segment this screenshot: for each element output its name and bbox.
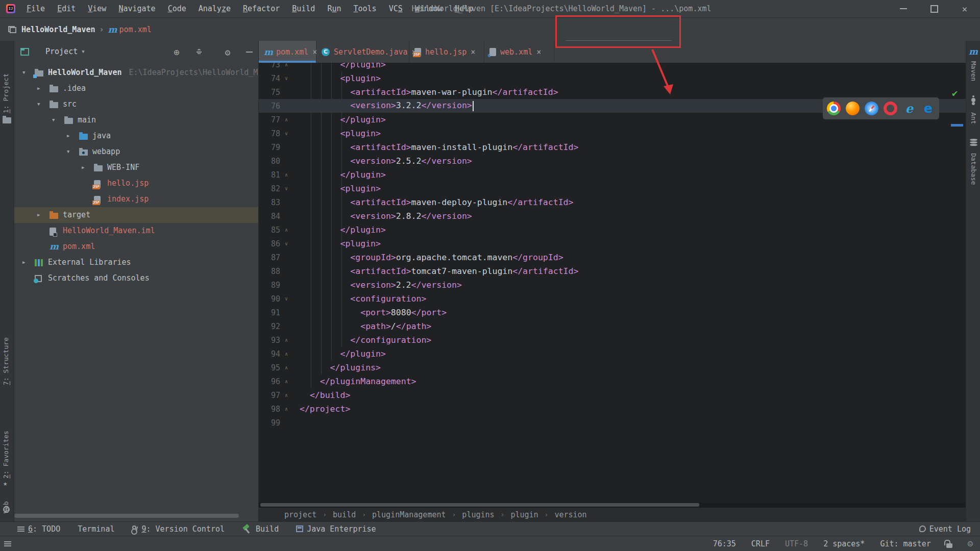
fold-marker-icon[interactable]: ∨	[280, 76, 292, 81]
toolwindow-java-enterprise[interactable]: Java Enterprise	[296, 524, 376, 534]
tree-row-web-inf[interactable]: ▶WEB-INF	[14, 160, 258, 176]
chevron-right-icon[interactable]: ▶	[67, 128, 69, 144]
chevron-right-icon[interactable]: ▶	[22, 255, 25, 270]
stripe-ant[interactable]: Ant	[970, 112, 977, 135]
code-line-78[interactable]: 78∨ <plugin>	[259, 127, 966, 140]
fold-marker-icon[interactable]: ∨	[280, 131, 292, 136]
menu-build[interactable]: Build	[286, 0, 321, 17]
ie-browser-icon[interactable]: e	[902, 102, 916, 115]
tab-servletdemo-java[interactable]: ServletDemo.java×	[316, 41, 409, 63]
fold-marker-icon[interactable]: ∧	[280, 63, 292, 67]
tab-web-xml[interactable]: web.xml×	[484, 41, 554, 63]
code-line-96[interactable]: 96∧ </pluginManagement>	[259, 374, 966, 388]
tree-row-webapp[interactable]: ▼webapp	[14, 144, 258, 160]
fold-marker-icon[interactable]: ∧	[280, 351, 292, 357]
menu-code[interactable]: Code	[162, 0, 192, 17]
minimize-button[interactable]	[888, 0, 919, 17]
stripe-database[interactable]: Database	[970, 153, 977, 202]
code-line-90[interactable]: 90∨ <configuration>	[259, 292, 966, 306]
code-line-86[interactable]: 86∨ <plugin>	[259, 237, 966, 251]
menu-navigate[interactable]: Navigate	[112, 0, 161, 17]
code-line-73[interactable]: 73∧ </plugin>	[259, 63, 966, 71]
code-line-95[interactable]: 95∧ </plugins>	[259, 361, 966, 374]
opera-browser-icon[interactable]	[884, 102, 897, 115]
fold-marker-icon[interactable]: ∨	[280, 296, 292, 302]
menu-tools[interactable]: Tools	[347, 0, 382, 17]
code-line-84[interactable]: 84 <version>2.8.2</version>	[259, 209, 966, 223]
code-line-91[interactable]: 91 <port>8080</port>	[259, 306, 966, 319]
toolwindow-quick-access-button[interactable]	[4, 539, 11, 548]
tree-row-helloworld-maven[interactable]: ▼HelloWorld_MavenE:\IdeaProjects\HelloWo…	[14, 65, 258, 81]
file-encoding[interactable]: UTF-8	[785, 539, 808, 548]
tree-row-external-libraries[interactable]: ▶External Libraries	[14, 255, 258, 270]
tree-row-index-jsp[interactable]: index.jsp	[14, 191, 258, 207]
stripe-maven[interactable]: Maven	[970, 61, 977, 97]
xml-breadcrumb-plugins[interactable]: plugins	[462, 510, 494, 519]
safari-browser-icon[interactable]	[865, 102, 878, 115]
hide-panel-button[interactable]	[244, 47, 254, 57]
project-horizontal-scrollbar[interactable]	[14, 514, 239, 518]
code-line-82[interactable]: 82∨ <plugin>	[259, 182, 966, 195]
line-ending[interactable]: CRLF	[751, 539, 770, 548]
code-line-81[interactable]: 81∧ </plugin>	[259, 168, 966, 182]
code-line-93[interactable]: 93∧ </configuration>	[259, 333, 966, 347]
menu-file[interactable]: File	[20, 0, 51, 17]
code-line-83[interactable]: 83 <artifactId>maven-deploy-plugin</arti…	[259, 195, 966, 209]
tab-pom-xml[interactable]: pom.xml×	[259, 41, 316, 63]
code-line-92[interactable]: 92 <path>/</path>	[259, 319, 966, 333]
chevron-down-icon[interactable]: ▼	[52, 112, 55, 128]
fold-marker-icon[interactable]: ∧	[280, 392, 292, 398]
code-line-80[interactable]: 80 <version>2.5.2</version>	[259, 154, 966, 168]
tree-row-main[interactable]: ▼main	[14, 112, 258, 128]
fold-marker-icon[interactable]: ∧	[280, 365, 292, 370]
code-line-79[interactable]: 79 <artifactId>maven-install-plugin</art…	[259, 140, 966, 154]
close-button[interactable]: ×	[949, 0, 980, 17]
fold-marker-icon[interactable]: ∧	[280, 337, 292, 343]
menu-run[interactable]: Run	[321, 0, 347, 17]
tree-row-helloworld-maven-iml[interactable]: HelloWorld_Maven.iml	[14, 223, 258, 239]
caret-position[interactable]: 76:35	[713, 539, 736, 548]
code-line-98[interactable]: 98∧</project>	[259, 402, 966, 416]
indent-setting[interactable]: 2 spaces*	[823, 539, 865, 548]
tree-row-hello-jsp[interactable]: hello.jsp	[14, 176, 258, 191]
code-line-88[interactable]: 88 <artifactId>tomcat7-maven-plugin</art…	[259, 264, 966, 278]
code-line-97[interactable]: 97∧ </build>	[259, 388, 966, 402]
fold-marker-icon[interactable]: ∧	[280, 172, 292, 178]
chevron-down-icon[interactable]: ▼	[67, 144, 69, 160]
stripe--project[interactable]: 1: Project	[2, 49, 10, 113]
tree-row-java[interactable]: ▶java	[14, 128, 258, 144]
chrome-browser-icon[interactable]	[827, 102, 841, 115]
menu-edit[interactable]: Edit	[51, 0, 82, 17]
menu-refactor[interactable]: Refactor	[237, 0, 286, 17]
stripe--favorites[interactable]: 2: Favorites	[2, 420, 10, 479]
settings-button[interactable]	[223, 47, 233, 57]
code-line-85[interactable]: 85∧ </plugin>	[259, 223, 966, 237]
tree-row--idea[interactable]: ▶.idea	[14, 81, 258, 96]
close-icon[interactable]: ×	[471, 47, 475, 57]
maximize-button[interactable]	[919, 0, 949, 17]
collapse-all-button[interactable]	[194, 47, 204, 57]
menu-analyze[interactable]: Analyze	[192, 0, 237, 17]
fold-marker-icon[interactable]: ∧	[280, 379, 292, 384]
stripe--structure[interactable]: 7: Structure	[2, 314, 10, 385]
code-line-99[interactable]: 99	[259, 416, 966, 430]
fold-marker-icon[interactable]: ∨	[280, 241, 292, 246]
xml-breadcrumb-version[interactable]: version	[554, 510, 586, 519]
toolwindow-6-todo[interactable]: 6: TODO	[17, 524, 60, 534]
code-line-87[interactable]: 87 <groupId>org.apache.tomcat.maven</gro…	[259, 251, 966, 264]
toolwindow-terminal[interactable]: Terminal	[78, 524, 114, 534]
scrollbar-thumb[interactable]	[260, 503, 699, 507]
tree-row-target[interactable]: ▶target	[14, 207, 258, 223]
code-line-89[interactable]: 89 <version>2.2</version>	[259, 278, 966, 292]
toolwindow-event-log[interactable]: Event Log	[919, 524, 971, 534]
editor-horizontal-scrollbar[interactable]	[259, 503, 966, 508]
tree-row-pom-xml[interactable]: pom.xml	[14, 239, 258, 255]
menu-vcs[interactable]: VCS	[383, 0, 409, 17]
chevron-down-icon[interactable]: ▼	[22, 65, 25, 81]
project-panel-title[interactable]: Project	[45, 47, 78, 56]
breadcrumb-project[interactable]: HelloWorld_Maven	[21, 25, 95, 34]
inspections-ok-icon[interactable]: ✔	[952, 87, 958, 98]
code-line-74[interactable]: 74∨ <plugin>	[259, 71, 966, 85]
tree-row-scratches-and-consoles[interactable]: Scratches and Consoles	[14, 270, 258, 286]
code-line-94[interactable]: 94∧ </plugin>	[259, 347, 966, 361]
